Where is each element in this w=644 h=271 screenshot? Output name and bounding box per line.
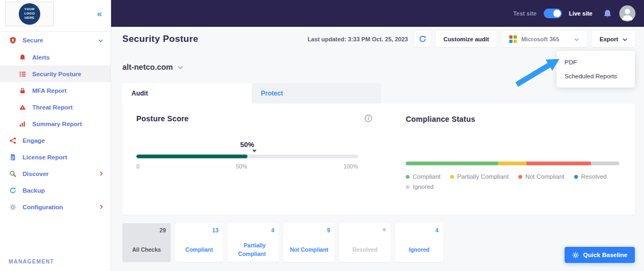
tenant-domain-selector[interactable]: alt-netco.com	[122, 61, 183, 74]
logo-text-1: YOUR	[24, 8, 34, 12]
site-toggle[interactable]	[544, 9, 562, 18]
compliance-status-title: Compliance Status	[406, 115, 475, 123]
stat-value: 4	[435, 227, 438, 233]
sidebar-collapse-icon[interactable]: «	[97, 9, 102, 19]
document-icon	[9, 153, 17, 161]
sidebar-item-label: Configuration	[23, 204, 63, 210]
export-item-label: Scheduled Reports	[565, 73, 617, 79]
export-item-label: PDF	[565, 59, 577, 65]
sidebar-item-alerts[interactable]: Alerts	[0, 49, 111, 65]
chart-icon	[18, 120, 27, 128]
notifications-bell-icon[interactable]	[603, 9, 612, 18]
stat-card-ignored[interactable]: 4 Ignored	[395, 223, 443, 262]
customize-audit-button[interactable]: Customize audit	[436, 31, 496, 47]
stat-card-resolved[interactable]: Resolved	[339, 223, 391, 262]
content-area: alt-netco.com Audit Protect Posture Scor…	[111, 61, 644, 262]
sidebar-item-security-posture[interactable]: Security Posture	[0, 65, 111, 82]
sidebar-item-label: License Report	[23, 154, 67, 160]
stat-value: 4	[271, 227, 274, 233]
legend-compliant: Compliant	[406, 173, 441, 180]
stat-card-all-checks[interactable]: 29 All Checks	[122, 223, 171, 262]
stat-card-partially-compliant[interactable]: 4 Partially Compliant	[228, 223, 279, 262]
sidebar-item-secure[interactable]: Secure	[0, 31, 111, 49]
stat-card-compliant[interactable]: 13 Compliant	[175, 223, 223, 262]
tenant-domain-label: alt-netco.com	[122, 63, 173, 71]
scale-max-label: 100%	[343, 163, 358, 170]
posture-score-value: 50%	[136, 141, 358, 149]
info-icon[interactable]	[364, 114, 372, 124]
quick-baseline-button[interactable]: Quick Baseline	[565, 247, 635, 263]
export-menu-item-scheduled-reports[interactable]: Scheduled Reports	[557, 69, 635, 83]
chevron-down-icon	[178, 62, 183, 72]
warning-icon	[18, 104, 27, 111]
sidebar-item-label: Threat Report	[32, 104, 72, 111]
sidebar-item-engage[interactable]: Engage	[0, 132, 111, 149]
tenant-selector[interactable]: Microsoft 365	[502, 31, 587, 47]
posture-score-bar	[136, 155, 358, 158]
legend-resolved: Resolved	[574, 173, 607, 180]
stat-label: Not Compliant	[287, 246, 331, 253]
legend-dot	[574, 175, 578, 179]
tab-audit-label: Audit	[131, 90, 148, 97]
quick-baseline-label: Quick Baseline	[583, 252, 627, 258]
sidebar-item-label: Discover	[23, 171, 49, 177]
live-site-label: Live site	[569, 10, 592, 17]
sidebar-item-threat-report[interactable]: Threat Report	[0, 99, 111, 115]
stat-value: 9	[327, 227, 330, 233]
sidebar-item-discover[interactable]: Discover	[0, 165, 111, 182]
legend-label: Ignored	[413, 184, 434, 190]
logo-badge: YOUR LOGO HERE	[19, 3, 40, 25]
main-area: Test site Live site Security Posture Las…	[111, 0, 644, 271]
magnifier-icon	[9, 170, 17, 178]
audit-panel: Posture Score 50% 0 50% 100% Compliance …	[122, 104, 635, 215]
sidebar-item-backup[interactable]: Backup	[0, 182, 111, 199]
chevron-down-icon	[623, 36, 627, 42]
microsoft-logo-icon	[509, 35, 517, 43]
legend-dot	[450, 175, 454, 179]
segment-ignored	[591, 162, 619, 165]
lock-icon	[18, 87, 27, 94]
chevron-down-icon	[574, 36, 579, 42]
security-posture-icon	[18, 70, 27, 78]
user-avatar[interactable]	[619, 5, 635, 21]
toggle-knob	[553, 10, 561, 17]
legend-not-compliant: Not Compliant	[518, 173, 565, 180]
sync-icon	[9, 187, 17, 194]
sidebar-item-summary-report[interactable]: Summary Report	[0, 115, 111, 132]
logo-text-2: LOGO	[24, 12, 35, 16]
share-icon	[9, 137, 17, 144]
sidebar-item-configuration[interactable]: Configuration	[0, 199, 111, 215]
legend-label: Compliant	[413, 173, 441, 180]
legend-label: Not Compliant	[525, 173, 565, 180]
refresh-button[interactable]	[414, 31, 430, 47]
topbar: Test site Live site	[111, 0, 644, 27]
legend-dot	[406, 185, 409, 189]
sidebar-item-license-report[interactable]: License Report	[0, 149, 111, 165]
chevron-down-icon	[98, 37, 103, 43]
export-button[interactable]: Export	[592, 31, 635, 47]
shield-icon	[9, 36, 17, 44]
customize-audit-label: Customize audit	[443, 36, 489, 42]
posture-score-section: Posture Score 50% 0 50% 100%	[136, 114, 372, 204]
posture-scale: 0 50% 100%	[136, 163, 358, 170]
test-site-label: Test site	[513, 10, 537, 17]
export-dropdown-menu: PDF Scheduled Reports	[557, 51, 635, 87]
sidebar: YOUR LOGO HERE « Secure Alerts Security …	[0, 0, 111, 271]
score-caret-icon	[252, 150, 257, 152]
segment-compliant	[406, 162, 498, 165]
management-section-label: MANAGEMENT	[9, 259, 54, 265]
sidebar-item-label: MFA Report	[32, 87, 67, 94]
stat-card-not-compliant[interactable]: 9 Not Compliant	[283, 223, 335, 262]
legend-dot	[518, 175, 522, 179]
last-updated-text: Last updated: 3:33 PM Oct. 25, 2023	[308, 36, 408, 42]
tab-protect[interactable]: Protect	[252, 83, 381, 104]
legend-label: Resolved	[581, 173, 607, 180]
stats-row: 29 All Checks 13 Compliant 4 Partially C…	[122, 223, 635, 262]
segment-partially-compliant	[498, 162, 526, 165]
tab-audit[interactable]: Audit	[122, 83, 252, 104]
legend-partially-compliant: Partially Compliant	[450, 173, 509, 180]
export-menu-item-pdf[interactable]: PDF	[557, 55, 635, 69]
tab-protect-label: Protect	[261, 90, 283, 97]
sidebar-item-mfa-report[interactable]: MFA Report	[0, 82, 111, 99]
compliance-stacked-bar	[406, 162, 619, 165]
